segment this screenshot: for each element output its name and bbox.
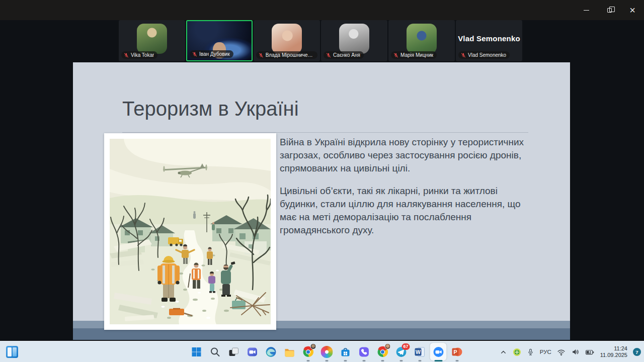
chrome-profile-badge [310, 343, 316, 349]
microsoft-store-button[interactable] [336, 342, 355, 362]
window-titlebar: × [0, 0, 644, 20]
chat-icon [246, 346, 258, 358]
avatar [137, 24, 167, 54]
avatar [339, 24, 369, 54]
language-indicator[interactable]: РУС [540, 349, 551, 355]
slide-title: Тероризм в Україні [122, 98, 299, 120]
edge-icon [265, 346, 277, 358]
participant-name: Іван Дубовик [199, 51, 230, 57]
participant-tile-vlada[interactable]: Влада Мірошниченко [254, 20, 320, 61]
tray-wifi-icon[interactable] [557, 348, 566, 356]
word-button[interactable]: W [411, 342, 429, 362]
svg-text:P: P [453, 349, 457, 355]
chrome-profile1-button[interactable] [299, 342, 317, 362]
shared-screen-slide: Тероризм в Україні [73, 62, 570, 340]
avatar [407, 24, 437, 54]
powerpoint-button[interactable]: P [448, 342, 466, 362]
tray-battery-charging-icon[interactable] [585, 348, 595, 356]
muted-mic-icon [461, 53, 466, 58]
telegram-button[interactable]: 67 [392, 342, 411, 362]
task-view-button[interactable] [224, 342, 243, 362]
tray-antivirus-icon[interactable] [513, 348, 521, 356]
participant-tile-vika[interactable]: Vika Tokar [119, 20, 185, 61]
edge-button[interactable] [262, 342, 280, 362]
avatar [272, 24, 302, 54]
participant-name-pill: Vlad Semonenko [458, 51, 510, 59]
active-running-indicator [434, 360, 442, 361]
chrome-profile2-button[interactable] [373, 342, 392, 362]
color-swirl-icon [320, 346, 333, 358]
close-button[interactable]: × [621, 0, 644, 20]
muted-mic-icon [259, 53, 264, 58]
color-swirl-app-button[interactable] [317, 342, 336, 362]
start-button[interactable] [187, 342, 206, 362]
tray-volume-icon[interactable] [571, 348, 580, 356]
participant-name-pill: Влада Мірошниченко [256, 51, 317, 59]
participant-tile-saenko[interactable]: Саєнко Аня [321, 20, 387, 61]
widgets-pane [13, 347, 17, 356]
participant-name-pill: Саєнко Аня [324, 51, 364, 59]
viber-button[interactable] [355, 342, 373, 362]
running-indicator [325, 360, 328, 361]
participant-name: Саєнко Аня [333, 52, 360, 58]
date: 11.09.2025 [600, 352, 627, 358]
slide-illustration [110, 139, 271, 324]
file-explorer-button[interactable] [280, 342, 299, 362]
participant-tile-maria[interactable]: Марія Мицник [388, 20, 455, 61]
running-indicator [399, 360, 403, 361]
muted-mic-icon [326, 53, 331, 58]
running-indicator [418, 360, 421, 361]
restore-icon [607, 8, 612, 13]
tray-microphone-icon[interactable] [527, 348, 534, 356]
time: 11:24 [600, 345, 627, 352]
chat-button[interactable] [243, 342, 262, 362]
file-explorer-icon [283, 346, 295, 358]
participant-name-pill: Марія Мицник [391, 51, 437, 59]
task-view-icon [227, 346, 239, 358]
windows-start-icon [190, 346, 202, 358]
minimize-icon [584, 10, 589, 11]
participant-name: Марія Мицник [400, 52, 433, 58]
chrome-profile-badge [385, 343, 391, 349]
telegram-unread-badge: 67 [401, 343, 410, 350]
muted-mic-icon [192, 52, 197, 57]
slide-image-card [104, 133, 276, 330]
window-controls: × [575, 0, 644, 20]
close-icon: × [629, 5, 635, 15]
participant-name-pill: Vika Tokar [121, 51, 157, 59]
participant-name: Vlad Semonenko [468, 52, 506, 58]
microsoft-store-icon [339, 346, 351, 358]
title-divider [122, 132, 528, 133]
svg-text:W: W [416, 349, 421, 355]
slide-body-text: Війна в Україні відкрила нову сторінку у… [280, 136, 530, 247]
tray-chevron-up-icon[interactable] [500, 348, 507, 356]
participant-display-name: Vlad Semonenko [456, 34, 522, 43]
participant-name: Vika Tokar [131, 52, 154, 58]
zoom-app-button[interactable] [429, 342, 448, 362]
search-button[interactable] [206, 342, 224, 362]
participant-tile-ivan[interactable]: Іван Дубовик [186, 20, 253, 61]
running-indicator [362, 360, 365, 361]
system-tray: РУС 11:24 11.09.2025 7 [500, 341, 641, 362]
restore-button[interactable] [598, 0, 621, 20]
widgets-pane [8, 347, 12, 356]
taskbar-center-icons: 67 W P [187, 342, 466, 362]
running-indicator [344, 360, 347, 361]
taskbar: 67 W P [0, 341, 644, 362]
powerpoint-icon: P [451, 346, 463, 358]
running-indicator [306, 360, 309, 361]
running-indicator [381, 360, 384, 361]
notification-count-badge[interactable]: 7 [633, 348, 641, 356]
search-icon [209, 346, 221, 358]
word-icon: W [414, 346, 426, 358]
slide-paragraph-1: Війна в Україні відкрила нову сторінку у… [280, 136, 530, 174]
participant-filmstrip: Vika Tokar Іван Дубовик Влада Мірошничен… [119, 20, 522, 62]
slide-footer-band-dark [73, 328, 570, 340]
participant-tile-vlad[interactable]: Vlad Semonenko Vlad Semonenko [456, 20, 522, 61]
taskbar-clock[interactable]: 11:24 11.09.2025 [600, 345, 627, 358]
zoom-icon [432, 346, 444, 358]
widgets-icon[interactable] [6, 346, 18, 358]
desktop: { "window": { "app": "Zoom meeting windo… [0, 0, 644, 362]
minimize-button[interactable] [575, 0, 598, 20]
running-indicator [455, 360, 458, 361]
